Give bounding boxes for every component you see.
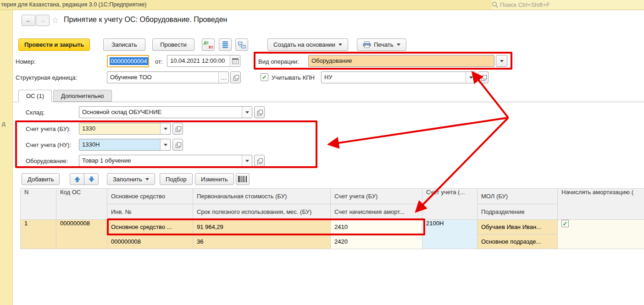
cell-cost[interactable]: 91 964,29 (193, 220, 331, 234)
col-term[interactable]: Срок полезного использования, мес. (БУ) (193, 204, 331, 220)
depreciate-checkbox[interactable]: ✓ (561, 220, 569, 227)
arrow-down-icon (88, 176, 95, 183)
account-bu-value: 1330 (79, 123, 160, 134)
account-nu-dropdown-button[interactable] (160, 139, 170, 150)
col-asset[interactable]: Основное средство (107, 189, 193, 204)
chevron-down-icon (145, 178, 149, 180)
col-mol[interactable]: МОЛ (БУ) (477, 189, 558, 204)
cell-account-bu[interactable]: 2410 (331, 220, 422, 234)
table-row[interactable]: 1 000000008 Основное средство ... 91 964… (21, 220, 644, 234)
create-based-on-label: Создать на основании (273, 41, 335, 48)
tab-os-label: ОС (1) (26, 93, 44, 99)
equipment-input[interactable]: Товар 1 обучение (79, 155, 252, 167)
search-icon (492, 1, 499, 8)
calendar-button[interactable] (230, 55, 240, 66)
equipment-label: Оборудование: (26, 158, 68, 164)
back-button[interactable]: ← (22, 15, 35, 26)
structural-unit-input[interactable]: Обучение ТОО … (107, 71, 229, 83)
warehouse-open-button[interactable] (254, 106, 265, 118)
post-button[interactable]: Провести (152, 38, 194, 51)
fill-button[interactable]: Заполнить (107, 173, 155, 185)
account-bu-open-button[interactable] (172, 123, 183, 135)
cell-code[interactable]: 000000008 (56, 220, 107, 249)
operation-kind-input[interactable]: Оборудование (308, 55, 494, 67)
col-code[interactable]: Код ОС (56, 189, 107, 220)
warehouse-input[interactable]: Основной склад ОБУЧЕНИЕ (79, 106, 252, 118)
cell-mol[interactable]: Обучаев Иван Иван... (477, 220, 558, 234)
equipment-dropdown-button[interactable] (242, 155, 252, 166)
cell-depr-account[interactable]: 2420 (331, 234, 422, 249)
forward-button[interactable]: → (36, 15, 50, 26)
add-row-label: Добавить (28, 176, 54, 183)
open-in-window-icon (257, 109, 262, 115)
operation-kind-label: Вид операции: (258, 58, 299, 65)
nu-open-button[interactable] (478, 71, 489, 83)
move-up-button[interactable] (70, 173, 84, 185)
create-based-on-button[interactable]: Создать на основании (267, 38, 348, 51)
cell-inv[interactable]: 000000008 (107, 234, 193, 249)
nu-value: НУ (322, 72, 466, 83)
cell-asset[interactable]: Основное средство ... (107, 220, 193, 234)
open-in-window-icon (481, 75, 486, 80)
operation-kind-dropdown-button[interactable] (496, 55, 507, 67)
equipment-open-button[interactable] (254, 155, 265, 167)
dtkt-postings-button[interactable]: Дт Кт (202, 38, 215, 51)
post-and-close-button[interactable]: Провести и закрыть (18, 38, 90, 51)
search-placeholder: Поиск Ctrl+Shift+F (500, 1, 550, 8)
col-n[interactable]: N (21, 189, 56, 220)
col-inv[interactable]: Инв. № (107, 204, 193, 220)
write-button[interactable]: Записать (103, 38, 145, 51)
nu-dropdown-button[interactable] (466, 72, 476, 83)
warehouse-dropdown-button[interactable] (242, 107, 252, 118)
structure-button[interactable] (235, 38, 248, 51)
barcode-button[interactable] (236, 173, 250, 185)
date-value: 10.04.2021 12:00:00 (167, 55, 230, 66)
arrow-up-icon (74, 176, 81, 183)
barcode-icon (238, 176, 247, 182)
nu-input[interactable]: НУ (321, 71, 476, 83)
number-input[interactable]: 00000000004 (107, 55, 149, 67)
tab-os[interactable]: ОС (1) (18, 90, 52, 102)
structural-unit-open-button[interactable] (230, 71, 241, 83)
move-down-button[interactable] (84, 173, 99, 185)
cell-department[interactable]: Основное подразде... (477, 234, 558, 249)
account-bu-dropdown-button[interactable] (160, 123, 170, 134)
cell-depreciate[interactable]: ✓ (558, 220, 644, 249)
application-window: терия для Казахстана, редакция 3.0 (1С:П… (0, 0, 644, 305)
print-button[interactable]: Печать (357, 38, 406, 51)
printer-icon (363, 41, 371, 48)
pick-label: Подбор (166, 176, 187, 183)
cell-account-nu[interactable]: 2100Н (422, 220, 477, 249)
report-list-button[interactable] (219, 38, 232, 51)
account-nu-input[interactable]: 1330Н (79, 139, 171, 151)
account-bu-input[interactable]: 1330 (79, 123, 171, 135)
edit-button[interactable]: Изменить (195, 173, 234, 185)
date-input[interactable]: 10.04.2021 12:00:00 (167, 55, 240, 67)
cell-n[interactable]: 1 (21, 220, 56, 249)
col-account-nu[interactable]: Счет учета (... (422, 189, 477, 220)
checkmark-icon: ✓ (262, 74, 267, 81)
col-account-bu[interactable]: Счет учета (БУ) (331, 189, 422, 204)
account-nu-value: 1330Н (79, 139, 160, 150)
favorite-star-icon[interactable]: ☆ (51, 15, 59, 25)
add-row-button[interactable]: Добавить (22, 173, 60, 185)
global-search-input[interactable]: Поиск Ctrl+Shift+F (492, 0, 644, 10)
account-nu-label: Счет учета (НУ): (26, 142, 71, 148)
account-nu-open-button[interactable] (172, 139, 183, 151)
table-row[interactable]: 000000008 36 2420 Основное подразде... (21, 234, 644, 249)
col-cost[interactable]: Первоначальная стоимость (БУ) (193, 189, 331, 204)
col-department[interactable]: Подразделение (477, 204, 558, 220)
pick-button[interactable]: Подбор (160, 173, 193, 185)
operation-kind-value: Оборудование (309, 55, 494, 66)
col-depreciate[interactable]: Начислять амортизацию ( (558, 189, 644, 220)
choose-button[interactable]: … (218, 72, 228, 83)
structural-unit-label: Структурная единица: (16, 74, 77, 81)
tab-additional[interactable]: Дополнительно (53, 90, 112, 102)
post-label: Провести (160, 41, 187, 48)
cell-term[interactable]: 36 (193, 234, 331, 249)
open-in-window-icon (257, 158, 262, 163)
col-depr-account[interactable]: Счет начисления аморт... (331, 204, 422, 220)
structure-icon (238, 41, 246, 49)
structural-unit-value: Обучение ТОО (107, 72, 218, 83)
kpn-checkbox[interactable]: ✓ (261, 73, 268, 81)
